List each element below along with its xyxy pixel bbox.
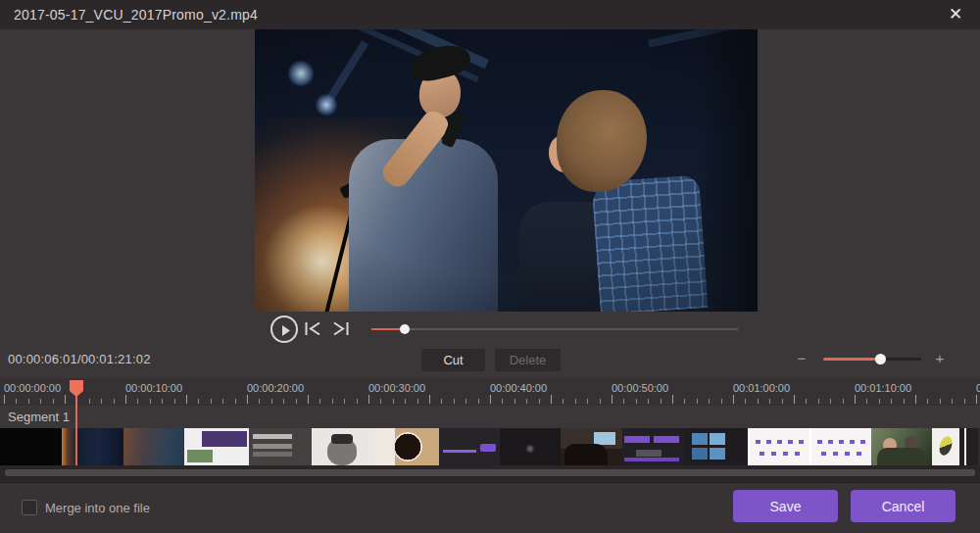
filmstrip-thumbnail-darkend[interactable] bbox=[959, 428, 978, 465]
ruler-tick bbox=[222, 399, 223, 404]
ruler-tick bbox=[125, 395, 126, 404]
ruler-tick bbox=[417, 399, 418, 404]
filmstrip-thumbnail-desk[interactable] bbox=[123, 428, 184, 465]
filmstrip-thumbnail-outdoor[interactable] bbox=[871, 428, 932, 465]
ruler-timestamp: 00:01:20:00 bbox=[976, 382, 980, 394]
ruler-tick bbox=[855, 395, 856, 404]
horizontal-scrollbar[interactable] bbox=[5, 469, 975, 476]
ruler-tick bbox=[211, 399, 212, 404]
filmstrip-thumbnail-black[interactable] bbox=[0, 428, 62, 465]
ruler-tick bbox=[16, 399, 17, 404]
ruler-tick bbox=[866, 399, 867, 404]
timeline-zoom-thumb[interactable] bbox=[875, 354, 886, 364]
seek-slider[interactable] bbox=[371, 323, 738, 335]
play-icon bbox=[281, 324, 291, 337]
filmstrip-thumbnail-webpage[interactable] bbox=[184, 428, 249, 465]
filmstrip-thumbnail-grayui[interactable] bbox=[249, 428, 312, 465]
ruler-tick bbox=[927, 399, 928, 404]
ruler-tick bbox=[114, 399, 115, 404]
filmstrip-thumbnail-videotext[interactable] bbox=[809, 428, 871, 465]
footer-bar: Merge into one file Save Cancel bbox=[0, 482, 980, 533]
timeline-zoom-fill bbox=[823, 358, 880, 361]
filmstrip-thumbnail-logowhite[interactable] bbox=[932, 428, 959, 465]
cancel-button[interactable]: Cancel bbox=[851, 490, 956, 522]
seek-track[interactable] bbox=[371, 328, 738, 330]
ruler-tick bbox=[879, 399, 880, 404]
filmstrip-thumbnail-concert[interactable] bbox=[62, 428, 123, 465]
seek-thumb[interactable] bbox=[400, 324, 410, 334]
timeline-ruler[interactable]: 00:00:00:0000:00:10:0000:00:20:0000:00:3… bbox=[0, 378, 980, 406]
ruler-tick bbox=[539, 399, 540, 404]
ruler-tick bbox=[405, 399, 406, 404]
ruler-tick bbox=[612, 395, 612, 404]
filmstrip-thumbnail-videotext[interactable] bbox=[748, 428, 809, 465]
ruler-tick bbox=[769, 399, 770, 404]
ruler-tick bbox=[259, 399, 260, 404]
ruler-tick bbox=[648, 399, 649, 404]
filmstrip-thumbnail-editor[interactable] bbox=[622, 428, 684, 465]
ruler-tick bbox=[830, 399, 831, 404]
ruler-tick bbox=[940, 399, 941, 404]
filmstrip-thumbnail-dim[interactable] bbox=[500, 428, 561, 465]
ruler-tick bbox=[526, 399, 527, 404]
ruler-tick bbox=[454, 399, 455, 404]
segment-row: Segment 1 bbox=[0, 406, 980, 428]
delete-button[interactable]: Delete bbox=[495, 349, 561, 371]
ruler-tick bbox=[964, 399, 965, 404]
ruler-tick bbox=[782, 399, 783, 404]
save-button[interactable]: Save bbox=[733, 490, 838, 522]
ruler-tick bbox=[733, 395, 734, 404]
ruler-tick bbox=[915, 395, 916, 404]
ruler-tick bbox=[380, 399, 381, 404]
ruler-timestamp: 00:01:10:00 bbox=[855, 382, 911, 394]
ruler-tick bbox=[587, 399, 588, 404]
filmstrip-thumbnail-coffee[interactable] bbox=[375, 428, 439, 465]
ruler-tick bbox=[697, 399, 698, 404]
time-display: 00:00:06:01/00:01:21:02 bbox=[8, 352, 151, 366]
playhead-handle[interactable] bbox=[70, 380, 83, 391]
ruler-tick bbox=[661, 399, 662, 404]
ruler-tick bbox=[684, 399, 685, 404]
ruler-timestamp: 00:00:30:00 bbox=[368, 382, 425, 394]
filmstrip[interactable] bbox=[0, 428, 980, 465]
ruler-tick bbox=[502, 399, 503, 404]
title-bar: 2017-05-17_VCU_2017Promo_v2.mp4 ✕ bbox=[0, 0, 980, 29]
filmstrip-thumbnail-vr[interactable] bbox=[312, 428, 375, 465]
ruler-tick bbox=[319, 399, 320, 404]
ruler-tick bbox=[806, 399, 807, 404]
filmstrip-thumbnail-familytv[interactable] bbox=[561, 428, 622, 465]
ruler-timestamp: 00:00:50:00 bbox=[612, 382, 668, 394]
ruler-tick bbox=[904, 399, 905, 404]
ruler-tick bbox=[441, 399, 442, 404]
ruler-tick bbox=[357, 399, 358, 404]
ruler-tick bbox=[672, 395, 673, 404]
skip-previous-icon[interactable] bbox=[304, 321, 321, 336]
ruler-tick bbox=[551, 395, 552, 404]
trim-dialog: 2017-05-17_VCU_2017Promo_v2.mp4 ✕ bbox=[0, 0, 980, 533]
ruler-tick bbox=[514, 399, 515, 404]
close-icon[interactable]: ✕ bbox=[943, 3, 968, 26]
ruler-timestamp: 00:00:00:00 bbox=[4, 382, 61, 394]
play-button[interactable] bbox=[270, 315, 298, 343]
skip-next-icon[interactable] bbox=[332, 321, 350, 336]
zoom-in-icon[interactable]: + bbox=[933, 350, 947, 366]
ruler-tick bbox=[162, 399, 163, 404]
ruler-tick bbox=[296, 399, 297, 404]
ruler-tick bbox=[843, 399, 844, 404]
segment-label: Segment 1 bbox=[8, 410, 70, 424]
video-preview[interactable] bbox=[255, 29, 758, 312]
zoom-out-icon[interactable]: − bbox=[795, 350, 808, 366]
file-name-title: 2017-05-17_VCU_2017Promo_v2.mp4 bbox=[14, 7, 258, 23]
merge-checkbox[interactable] bbox=[22, 500, 37, 515]
cut-button[interactable]: Cut bbox=[421, 349, 485, 371]
filmstrip-thumbnail-purpleprog[interactable] bbox=[439, 428, 500, 465]
ruler-tick bbox=[794, 395, 795, 404]
ruler-tick bbox=[563, 399, 564, 404]
ruler-tick bbox=[490, 395, 491, 404]
filmstrip-thumbnail-grid[interactable] bbox=[684, 428, 748, 465]
ruler-tick bbox=[174, 399, 175, 404]
ruler-tick bbox=[40, 399, 41, 404]
ruler-tick bbox=[818, 399, 819, 404]
ruler-tick bbox=[53, 399, 54, 404]
ruler-tick bbox=[4, 395, 5, 404]
